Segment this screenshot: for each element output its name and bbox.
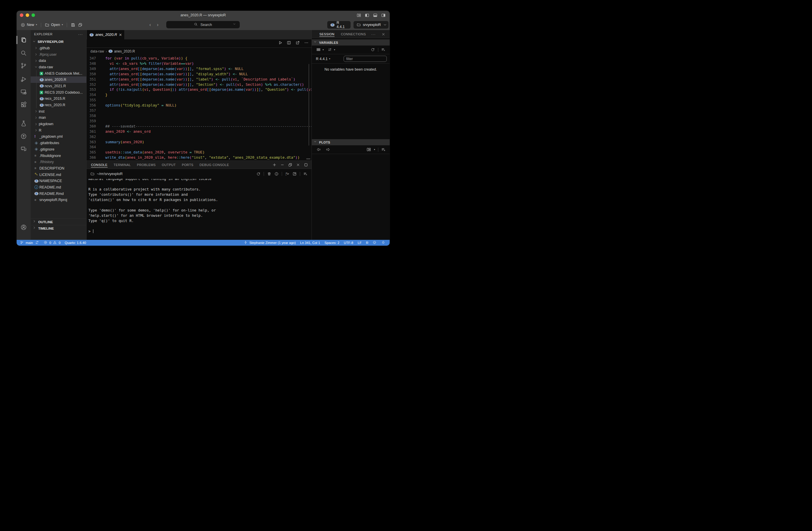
tree-item--github[interactable]: .github bbox=[31, 45, 86, 51]
activity-bar-item-source-control[interactable] bbox=[17, 60, 31, 71]
breadcrumb-file[interactable]: anes_2020.R bbox=[114, 49, 135, 53]
tree-item-readme-rmd[interactable]: RREADME.Rmd bbox=[31, 190, 86, 197]
search-input[interactable]: Search bbox=[166, 21, 240, 28]
explorer-more-actions-button[interactable]: ··· bbox=[78, 32, 83, 37]
editor-tab-anes-2020[interactable]: R anes_2020.R ✕ bbox=[87, 30, 124, 39]
new-button[interactable]: New bbox=[21, 23, 37, 27]
plot-layout-button[interactable] bbox=[367, 147, 371, 152]
editor-horizontal-scrollbar[interactable] bbox=[306, 158, 310, 159]
code-editor[interactable]: 347for (var in pull(cb_vars, Variable)) … bbox=[87, 55, 311, 160]
tree-item-readme-md[interactable]: iREADME.md bbox=[31, 184, 86, 190]
more-actions-icon[interactable] bbox=[304, 41, 308, 45]
clear-list-icon[interactable] bbox=[303, 172, 307, 176]
cursor-position-indicator[interactable]: Ln 341, Col 1 bbox=[300, 241, 320, 244]
tree-item--rproj-user[interactable]: .Rproj.user bbox=[31, 51, 86, 58]
variables-filter-input[interactable] bbox=[344, 56, 387, 62]
activity-bar-item-explorer[interactable] bbox=[17, 34, 31, 46]
tree-item-recs-2020-codeboo-[interactable]: XRECS 2020 Codeboo... bbox=[31, 89, 86, 96]
project-root-item[interactable]: SRVYREXPLOR bbox=[31, 39, 86, 45]
tree-item-anes-2020-r[interactable]: Ranes_2020.R bbox=[31, 76, 86, 83]
sort-variables-button[interactable] bbox=[328, 47, 332, 52]
open-external-icon[interactable] bbox=[295, 41, 300, 45]
clear-variables-button[interactable] bbox=[381, 47, 386, 52]
tree-item-srvyexplor-rproj[interactable]: ≡srvyexploR.Rproj bbox=[31, 197, 86, 203]
tree-item-recs-2015-r[interactable]: Rrecs_2015.R bbox=[31, 96, 86, 102]
clear-plots-button[interactable] bbox=[381, 147, 386, 152]
activity-bar-item-publish[interactable] bbox=[17, 130, 31, 142]
toggle-panel-icon[interactable] bbox=[373, 13, 377, 17]
save-button[interactable] bbox=[71, 23, 75, 27]
tree-item-license-md[interactable]: LICENSE.md bbox=[31, 172, 86, 178]
feedback-button[interactable] bbox=[373, 241, 377, 245]
tree-item-recs-2020-r[interactable]: Rrecs_2020.R bbox=[31, 102, 86, 108]
open-button[interactable]: Open bbox=[45, 23, 63, 27]
interpreter-selector[interactable]: R R 4.4.1 bbox=[327, 21, 351, 29]
activity-bar-item-search[interactable] bbox=[17, 47, 31, 59]
save-all-button[interactable] bbox=[78, 23, 83, 27]
last-commit-indicator[interactable]: Stephanie Zimmer (1 year ago) bbox=[244, 241, 296, 245]
panel-tab-console[interactable]: CONSOLE bbox=[91, 161, 107, 169]
panel-tab-terminal[interactable]: TERMINAL bbox=[114, 161, 131, 169]
runtime-selector[interactable]: R 4.4.1 bbox=[316, 57, 328, 61]
variables-section-header[interactable]: VARIABLES bbox=[312, 39, 390, 45]
activity-bar-item-testing[interactable] bbox=[17, 118, 31, 129]
navigate-forward-button[interactable]: › bbox=[157, 22, 159, 28]
tree-item-pkgdown[interactable]: pkgdown bbox=[31, 121, 86, 127]
editor-scrollbar[interactable] bbox=[308, 64, 309, 146]
info-icon[interactable] bbox=[274, 172, 278, 176]
customize-layout-icon[interactable] bbox=[357, 13, 361, 17]
git-branch-indicator[interactable]: main bbox=[20, 241, 40, 245]
tree-item-ncvs-2021-r[interactable]: Rncvs_2021.R bbox=[31, 83, 86, 89]
activity-bar-item-account[interactable] bbox=[17, 221, 31, 233]
session-panel-tab-session[interactable]: SESSION bbox=[319, 30, 335, 38]
minus-icon[interactable] bbox=[280, 163, 285, 167]
problems-indicator[interactable]: 0 0 bbox=[44, 241, 61, 245]
run-icon[interactable] bbox=[278, 41, 282, 45]
tree-item-data-raw[interactable]: data-raw bbox=[31, 64, 86, 70]
timeline-section[interactable]: TIMELINE bbox=[31, 225, 86, 231]
group-variables-button[interactable] bbox=[317, 47, 321, 52]
tree-item--rbuildignore[interactable]: ≡.Rbuildignore bbox=[31, 153, 86, 159]
maximize-icon[interactable] bbox=[304, 163, 308, 167]
toggle-primary-sidebar-icon[interactable] bbox=[365, 13, 369, 17]
tree-item-data[interactable]: data bbox=[31, 57, 86, 64]
activity-bar-item-remote-explorer[interactable] bbox=[17, 86, 31, 98]
split-editor-icon[interactable] bbox=[287, 41, 291, 45]
close-icon[interactable] bbox=[296, 163, 300, 167]
close-tab-icon[interactable]: ✕ bbox=[119, 33, 122, 37]
language-mode-indicator[interactable]: R bbox=[366, 241, 368, 244]
tree-item--rhistory[interactable]: ≡.Rhistory bbox=[31, 159, 86, 165]
tree-item--gitignore[interactable]: .gitignore bbox=[31, 146, 86, 153]
encoding-indicator[interactable]: UTF-8 bbox=[344, 241, 353, 244]
tree-item-r[interactable]: R bbox=[31, 127, 86, 134]
navigate-back-button[interactable]: ‹ bbox=[149, 22, 151, 28]
trash-icon[interactable] bbox=[267, 172, 271, 176]
outline-section[interactable]: OUTLINE bbox=[31, 218, 86, 225]
tree-item-man[interactable]: man bbox=[31, 115, 86, 121]
r-console[interactable]: Natural language support but running in … bbox=[87, 179, 311, 240]
toggle-secondary-sidebar-icon[interactable] bbox=[381, 13, 386, 17]
breadcrumb[interactable]: data-raw › R anes_2020.R bbox=[90, 48, 135, 55]
activity-bar-item-comments[interactable] bbox=[17, 143, 31, 155]
panel-tab-debug-console[interactable]: DEBUG CONSOLE bbox=[200, 161, 229, 169]
quarto-version[interactable]: Quarto: 1.6.40 bbox=[65, 241, 86, 244]
console-prompt[interactable]: > bbox=[88, 229, 311, 234]
word-wrap-icon[interactable]: abc bbox=[285, 172, 289, 176]
session-panel-tab-connections[interactable]: CONNECTIONS bbox=[341, 30, 366, 38]
tree-item-inst[interactable]: inst bbox=[31, 108, 86, 115]
plots-section-header[interactable]: PLOTS bbox=[312, 139, 390, 145]
refresh-variables-button[interactable] bbox=[371, 47, 375, 52]
eol-indicator[interactable]: LF bbox=[358, 241, 361, 244]
breadcrumb-folder[interactable]: data-raw bbox=[90, 49, 104, 53]
tree-item-anes-codebook-met-[interactable]: XANES Codebook Met... bbox=[31, 70, 86, 77]
notifications-button[interactable] bbox=[381, 241, 386, 245]
project-selector[interactable]: srvyexploR bbox=[353, 21, 389, 29]
tree-item-description[interactable]: ≡DESCRIPTION bbox=[31, 165, 86, 172]
restore-icon[interactable] bbox=[288, 163, 292, 167]
next-plot-button[interactable] bbox=[326, 147, 330, 152]
activity-bar-item-extensions[interactable] bbox=[17, 99, 31, 111]
tree-item--pkgdown-yml[interactable]: !_pkgdown.yml bbox=[31, 134, 86, 140]
tree-item-namespace[interactable]: RNAMESPACE bbox=[31, 178, 86, 184]
plus-icon[interactable] bbox=[272, 163, 276, 167]
previous-plot-button[interactable] bbox=[317, 147, 321, 152]
